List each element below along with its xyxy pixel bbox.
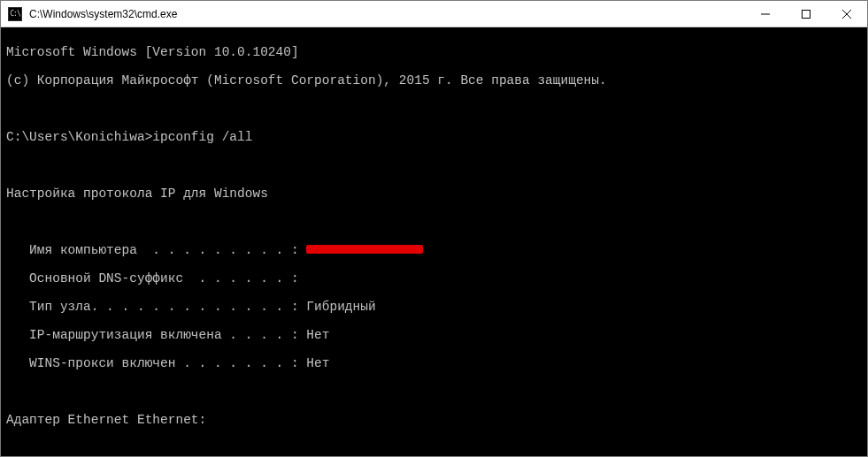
redacted-hostname bbox=[306, 245, 423, 254]
host-dns-line: Основной DNS-суффикс . . . . . . : bbox=[6, 271, 862, 286]
host-iprouting-line: IP-маршрутизация включена . . . . : Нет bbox=[6, 328, 862, 342]
host-winsproxy-line: WINS-прокси включен . . . . . . . : Нет bbox=[6, 356, 862, 370]
window-title: C:\Windows\system32\cmd.exe bbox=[27, 8, 745, 20]
window-titlebar: C:\ C:\Windows\system32\cmd.exe bbox=[1, 1, 867, 27]
svg-rect-1 bbox=[803, 10, 810, 18]
minimize-button[interactable] bbox=[745, 1, 786, 27]
cmd-icon-label: C:\ bbox=[10, 10, 19, 18]
window-controls bbox=[745, 1, 867, 27]
prompt-line: C:\Users\Konichiwa>ipconfig /all bbox=[6, 130, 862, 144]
terminal-output[interactable]: Microsoft Windows [Version 10.0.10240] (… bbox=[1, 27, 867, 456]
close-button[interactable] bbox=[826, 1, 867, 27]
host-nodetype-line: Тип узла. . . . . . . . . . . . . : Гибр… bbox=[6, 300, 862, 314]
adapter1-title: Адаптер Ethernet Ethernet: bbox=[6, 413, 862, 427]
host-name-line: Имя компьютера . . . . . . . . . : bbox=[6, 243, 862, 257]
cmd-icon: C:\ bbox=[8, 7, 22, 21]
version-line: Microsoft Windows [Version 10.0.10240] bbox=[6, 45, 862, 59]
copyright-line: (c) Корпорация Майкрософт (Microsoft Cor… bbox=[6, 73, 862, 88]
section-title: Настройка протокола IP для Windows bbox=[6, 187, 862, 201]
maximize-button[interactable] bbox=[786, 1, 826, 27]
